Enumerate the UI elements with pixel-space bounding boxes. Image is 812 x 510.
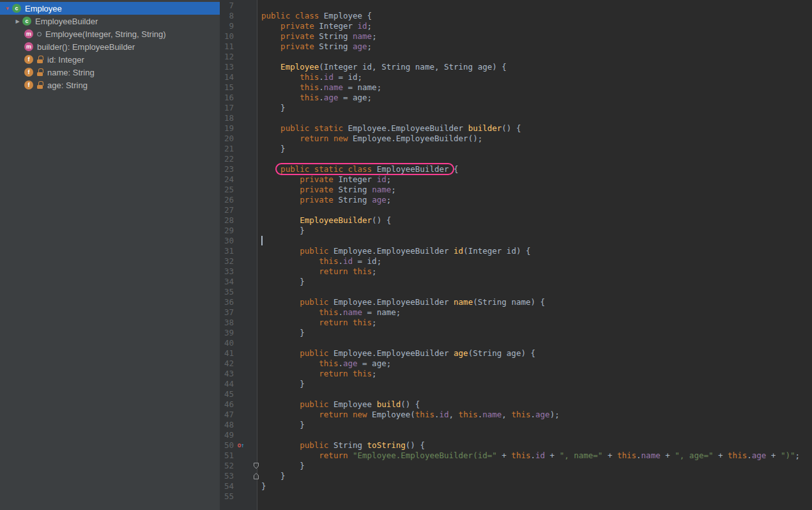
- line-number[interactable]: 7: [220, 1, 234, 11]
- code-line[interactable]: 14 this.id = id;: [220, 72, 812, 82]
- fold-marker-icon[interactable]: [248, 471, 258, 481]
- line-number[interactable]: 47: [220, 410, 234, 420]
- code-line[interactable]: 10 private String name;: [220, 31, 812, 42]
- line-number[interactable]: 13: [220, 62, 234, 72]
- line-number[interactable]: 38: [220, 318, 234, 328]
- line-number[interactable]: 16: [220, 93, 234, 103]
- code-line[interactable]: 38 return this;: [220, 318, 812, 328]
- code-line[interactable]: 17 }: [220, 103, 812, 113]
- line-number[interactable]: 50: [220, 440, 234, 451]
- code-line[interactable]: 35: [220, 287, 812, 297]
- code-line[interactable]: 45: [220, 389, 812, 399]
- chevron-right-icon[interactable]: ▶: [13, 19, 22, 24]
- structure-item-field-id[interactable]: f id: Integer: [0, 53, 220, 66]
- code-line[interactable]: 22: [220, 154, 812, 164]
- code-line[interactable]: 31 public Employee.EmployeeBuilder id(In…: [220, 246, 812, 256]
- line-number[interactable]: 52: [220, 461, 234, 471]
- code-line[interactable]: 7: [220, 1, 812, 11]
- line-number[interactable]: 43: [220, 369, 234, 379]
- code-line[interactable]: 34 }: [220, 277, 812, 287]
- code-line[interactable]: 15 this.name = name;: [220, 82, 812, 93]
- code-line[interactable]: 52 }: [220, 461, 812, 471]
- line-number[interactable]: 42: [220, 359, 234, 369]
- line-number[interactable]: 49: [220, 430, 234, 440]
- line-number[interactable]: 45: [220, 389, 234, 399]
- code-line[interactable]: 24 private Integer id;: [220, 174, 812, 185]
- line-number[interactable]: 29: [220, 226, 234, 236]
- structure-item-field-age[interactable]: f age: String: [0, 79, 220, 91]
- override-gutter-icon[interactable]: o↑: [234, 440, 248, 451]
- line-number[interactable]: 27: [220, 205, 234, 215]
- line-number[interactable]: 40: [220, 338, 234, 348]
- code-line[interactable]: 9 private Integer id;: [220, 21, 812, 31]
- code-line[interactable]: 55: [220, 491, 812, 502]
- fold-marker-icon[interactable]: [248, 461, 258, 471]
- code-line[interactable]: 53 }: [220, 471, 812, 481]
- code-line[interactable]: 16 this.age = age;: [220, 93, 812, 103]
- line-number[interactable]: 34: [220, 277, 234, 287]
- code-line[interactable]: 46 public Employee build() {: [220, 399, 812, 410]
- line-number[interactable]: 44: [220, 379, 234, 389]
- code-line[interactable]: 8public class Employee {: [220, 11, 812, 21]
- line-number[interactable]: 30: [220, 236, 234, 246]
- code-line[interactable]: 23 public static class EmployeeBuilder {: [220, 164, 812, 174]
- code-line[interactable]: 21 }: [220, 144, 812, 154]
- line-number[interactable]: 37: [220, 307, 234, 318]
- code-line[interactable]: 11 private String age;: [220, 42, 812, 52]
- chevron-down-icon[interactable]: ▼: [3, 6, 12, 12]
- code-line[interactable]: 33 return this;: [220, 267, 812, 277]
- line-number[interactable]: 26: [220, 195, 234, 205]
- line-number[interactable]: 55: [220, 491, 234, 502]
- code-line[interactable]: 29 }: [220, 226, 812, 236]
- code-line[interactable]: 36 public Employee.EmployeeBuilder name(…: [220, 297, 812, 307]
- code-line[interactable]: 13 Employee(Integer id, String name, Str…: [220, 62, 812, 72]
- line-number[interactable]: 28: [220, 215, 234, 226]
- code-line[interactable]: 27: [220, 205, 812, 215]
- line-number[interactable]: 33: [220, 267, 234, 277]
- line-number[interactable]: 39: [220, 328, 234, 338]
- code-line[interactable]: 28 EmployeeBuilder() {: [220, 215, 812, 226]
- line-number[interactable]: 20: [220, 134, 234, 144]
- structure-item-employeebuilder[interactable]: ▶ c EmployeeBuilder: [0, 15, 220, 27]
- code-line[interactable]: 18: [220, 113, 812, 123]
- line-number[interactable]: 53: [220, 471, 234, 481]
- line-number[interactable]: 19: [220, 123, 234, 134]
- line-number[interactable]: 36: [220, 297, 234, 307]
- line-number[interactable]: 11: [220, 42, 234, 52]
- line-number[interactable]: 51: [220, 451, 234, 461]
- line-number[interactable]: 23: [220, 164, 234, 174]
- code-line[interactable]: 41 public Employee.EmployeeBuilder age(S…: [220, 348, 812, 359]
- code-line[interactable]: 30: [220, 236, 812, 246]
- code-line[interactable]: 44 }: [220, 379, 812, 389]
- line-number[interactable]: 35: [220, 287, 234, 297]
- line-number[interactable]: 21: [220, 144, 234, 154]
- code-line[interactable]: 54}: [220, 481, 812, 491]
- code-line[interactable]: 20 return new Employee.EmployeeBuilder()…: [220, 134, 812, 144]
- code-line[interactable]: 37 this.name = name;: [220, 307, 812, 318]
- line-number[interactable]: 9: [220, 21, 234, 31]
- code-line[interactable]: 50o↑ public String toString() {: [220, 440, 812, 451]
- structure-item-field-name[interactable]: f name: String: [0, 66, 220, 79]
- code-line[interactable]: 39 }: [220, 328, 812, 338]
- code-line[interactable]: 47 return new Employee(this.id, this.nam…: [220, 410, 812, 420]
- line-number[interactable]: 46: [220, 399, 234, 410]
- code-line[interactable]: 48 }: [220, 420, 812, 430]
- line-number[interactable]: 22: [220, 154, 234, 164]
- line-number[interactable]: 24: [220, 174, 234, 185]
- code-line[interactable]: 43 return this;: [220, 369, 812, 379]
- line-number[interactable]: 14: [220, 72, 234, 82]
- line-number[interactable]: 18: [220, 113, 234, 123]
- line-number[interactable]: 25: [220, 185, 234, 195]
- line-number[interactable]: 31: [220, 246, 234, 256]
- code-editor[interactable]: 78public class Employee {9 private Integ…: [220, 0, 812, 510]
- code-line[interactable]: 32 this.id = id;: [220, 256, 812, 267]
- code-line[interactable]: 19 public static Employee.EmployeeBuilde…: [220, 123, 812, 134]
- structure-item-builder-method[interactable]: m builder(): EmployeeBuilder: [0, 40, 220, 53]
- code-line[interactable]: 25 private String name;: [220, 185, 812, 195]
- code-line[interactable]: 26 private String age;: [220, 195, 812, 205]
- line-number[interactable]: 54: [220, 481, 234, 491]
- line-number[interactable]: 15: [220, 82, 234, 93]
- code-line[interactable]: 42 this.age = age;: [220, 359, 812, 369]
- line-number[interactable]: 41: [220, 348, 234, 359]
- code-line[interactable]: 12: [220, 52, 812, 62]
